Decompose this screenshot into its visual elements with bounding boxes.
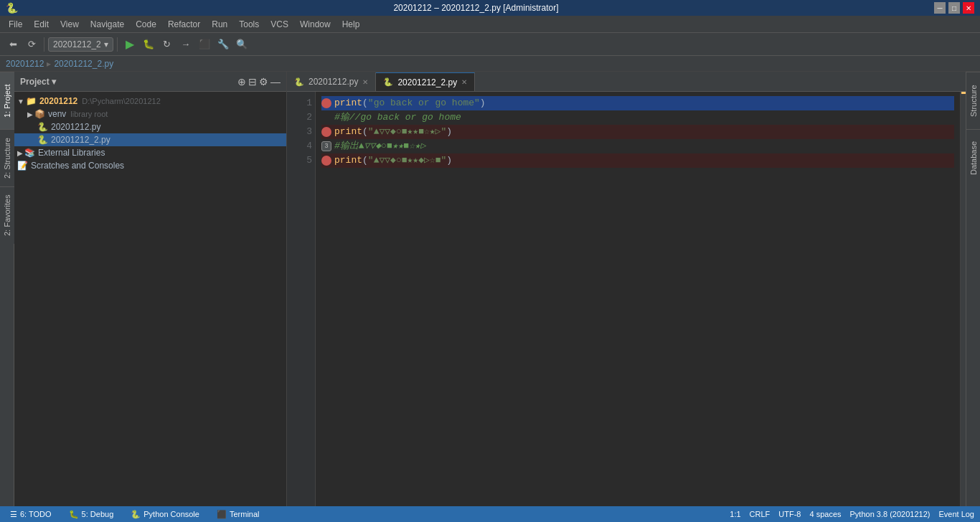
code-line-5[interactable]: print("▲▽▽◆○■★★◆▷☆■")	[321, 153, 954, 168]
code-line-4[interactable]: 3 #输出▲▽▽◆○■★★■☆★▷	[321, 139, 954, 153]
toolbar-separator	[44, 37, 44, 52]
code-editor[interactable]: 1 2 3 4 5 print("go back or go home") #输…	[287, 92, 966, 522]
breakpoint-1[interactable]	[321, 98, 331, 108]
project-panel-header: Project ▾ ⊕ ⊟ ⚙ —	[14, 72, 286, 92]
code-line-3[interactable]: print("▲▽▽◆○■★★■☆★▷")	[321, 125, 954, 139]
tree-item-scratches[interactable]: 📝 Scratches and Consoles	[14, 159, 286, 172]
debug-button[interactable]: 🐛	[140, 36, 157, 53]
debug-status-icon: 🐛	[69, 510, 79, 519]
settings-icon[interactable]: ⚙	[259, 76, 268, 87]
search-button[interactable]: 🔍	[233, 36, 250, 53]
terminal-tab[interactable]: ⬛ Terminal	[212, 506, 264, 522]
sync-icon[interactable]: ⊕	[237, 76, 246, 87]
toolbar-separator-2	[117, 37, 118, 52]
terminal-label: Terminal	[230, 510, 260, 518]
breakpoint-3[interactable]	[321, 127, 331, 137]
breadcrumb-item-2[interactable]: 20201212_2.py	[54, 59, 113, 69]
project-panel-tab[interactable]: 1: Project	[0, 72, 14, 129]
code-content[interactable]: print("go back or go home") #输//go back …	[316, 92, 960, 522]
code-text-1: print	[334, 96, 362, 110]
forward-button[interactable]: ⟳	[23, 36, 40, 53]
tree-item-root[interactable]: ▼ 📁 20201212 D:\Pycharm\20201212	[14, 95, 286, 108]
structure-panel-tab[interactable]: 2: Structure	[0, 129, 14, 186]
breakpoint-5[interactable]	[321, 156, 331, 166]
menu-item-tools[interactable]: Tools	[233, 18, 265, 31]
file-dropdown[interactable]: 20201212_2 ▾	[48, 37, 113, 52]
dropdown-arrow: ▾	[104, 39, 108, 49]
breadcrumb: 20201212 ▸ 20201212_2.py	[0, 56, 980, 72]
event-log[interactable]: Event Log	[938, 510, 974, 518]
menu-item-view[interactable]: View	[55, 18, 85, 31]
menu-item-run[interactable]: Run	[206, 18, 233, 31]
indent-size: 4 spaces	[810, 510, 842, 518]
editor-area: 🐍 20201212.py ✕ 🐍 20201212_2.py ✕ 1 2 3 …	[287, 72, 966, 522]
code-text-2: #输//go back or go home	[334, 110, 461, 125]
tab-file-icon-2: 🐍	[383, 77, 393, 87]
main-area: 1: Project 2: Structure 2: Favorites Pro…	[0, 72, 980, 522]
collapse-icon[interactable]: ⊟	[248, 76, 257, 87]
run-button[interactable]: ▶	[121, 36, 138, 53]
menu-item-navigate[interactable]: Navigate	[85, 18, 130, 31]
encoding: UTF-8	[778, 510, 801, 518]
toolbar: ⬅ ⟳ 20201212_2 ▾ ▶ 🐛 ↻ → ⬛ 🔧 🔍	[0, 33, 980, 56]
settings-button[interactable]: 🔧	[215, 36, 232, 53]
tree-item-file2[interactable]: 🐍 20201212_2.py	[14, 133, 286, 146]
tab-file-icon-1: 🐍	[294, 77, 304, 87]
menu-item-window[interactable]: Window	[294, 18, 336, 31]
back-button[interactable]: ⬅	[4, 36, 22, 53]
editor-tab-1[interactable]: 🐍 20201212.py ✕	[287, 72, 376, 91]
terminal-icon: ⬛	[217, 510, 227, 519]
structure-tab[interactable]: Structure	[966, 72, 980, 129]
todo-icon: ☰	[10, 510, 17, 519]
window-title: 20201212 – 20201212_2.py [Administrator]	[18, 3, 934, 13]
code-text-5: print	[334, 153, 362, 168]
menu-item-vcs[interactable]: VCS	[265, 18, 294, 31]
maximize-button[interactable]: □	[948, 2, 960, 14]
editor-tab-close-1[interactable]: ✕	[362, 78, 368, 86]
code-text-4: #输出▲▽▽◆○■★★■☆★▷	[334, 139, 426, 153]
menu-bar: FileEditViewNavigateCodeRefactorRunTools…	[0, 16, 980, 33]
stop-button[interactable]: ⬛	[196, 36, 213, 53]
tree-item-venv[interactable]: ▶ 📦 venv library root	[14, 108, 286, 120]
editor-tab-2[interactable]: 🐍 20201212_2.py ✕	[376, 72, 475, 91]
database-tab[interactable]: Database	[966, 129, 980, 186]
title-bar: 🐍 20201212 – 20201212_2.py [Administrato…	[0, 0, 980, 16]
left-panel-tabs: 1: Project 2: Structure 2: Favorites	[0, 72, 14, 522]
tree-item-file1[interactable]: 🐍 20201212.py	[14, 120, 286, 133]
cursor-position: 1:1	[730, 510, 740, 518]
menu-item-help[interactable]: Help	[336, 18, 366, 31]
code-line-1[interactable]: print("go back or go home")	[321, 96, 954, 110]
minimize-button[interactable]: ─	[934, 2, 946, 14]
status-bar: ☰ 6: TODO 🐛 5: Debug 🐍 Python Console ⬛ …	[0, 506, 980, 522]
breadcrumb-item-1[interactable]: 20201212	[6, 59, 44, 69]
editor-tab-close-2[interactable]: ✕	[461, 78, 467, 86]
project-panel-title: Project ▾	[20, 77, 56, 87]
line-numbers: 1 2 3 4 5	[287, 92, 316, 522]
python-console-label: Python Console	[143, 510, 199, 518]
menu-item-edit[interactable]: Edit	[28, 18, 55, 31]
close-button[interactable]: ✕	[963, 2, 974, 14]
tree-item-ext-libs[interactable]: ▶ 📚 External Libraries	[14, 146, 286, 159]
step-over-button[interactable]: →	[177, 36, 194, 53]
menu-item-refactor[interactable]: Refactor	[162, 18, 206, 31]
debug-status-tab[interactable]: 🐛 5: Debug	[65, 506, 118, 522]
menu-item-code[interactable]: Code	[130, 18, 162, 31]
todo-label: 6: TODO	[20, 510, 52, 518]
editor-tab-label-2: 20201212_2.py	[397, 77, 457, 87]
editor-tabs: 🐍 20201212.py ✕ 🐍 20201212_2.py ✕	[287, 72, 966, 92]
code-line-2[interactable]: #输//go back or go home	[321, 110, 954, 125]
restart-button[interactable]: ↻	[159, 36, 176, 53]
hide-icon[interactable]: —	[270, 76, 281, 87]
todo-tab[interactable]: ☰ 6: TODO	[6, 506, 56, 522]
python-console-tab[interactable]: 🐍 Python Console	[126, 506, 204, 522]
breakpoint-num-4[interactable]: 3	[321, 141, 331, 151]
editor-tab-label-1: 20201212.py	[308, 77, 358, 87]
margin-mark-1	[961, 92, 966, 94]
right-margin-indicator	[960, 92, 966, 522]
python-version: Python 3.8 (20201212)	[850, 510, 930, 518]
debug-status-label: 5: Debug	[82, 510, 114, 518]
menu-item-file[interactable]: File	[3, 18, 28, 31]
project-tree: ▼ 📁 20201212 D:\Pycharm\20201212 ▶ 📦 ven…	[14, 92, 286, 522]
favorites-panel-tab[interactable]: 2: Favorites	[0, 186, 14, 244]
project-panel: Project ▾ ⊕ ⊟ ⚙ — ▼ 📁 20201212 D:\Pychar…	[14, 72, 287, 522]
